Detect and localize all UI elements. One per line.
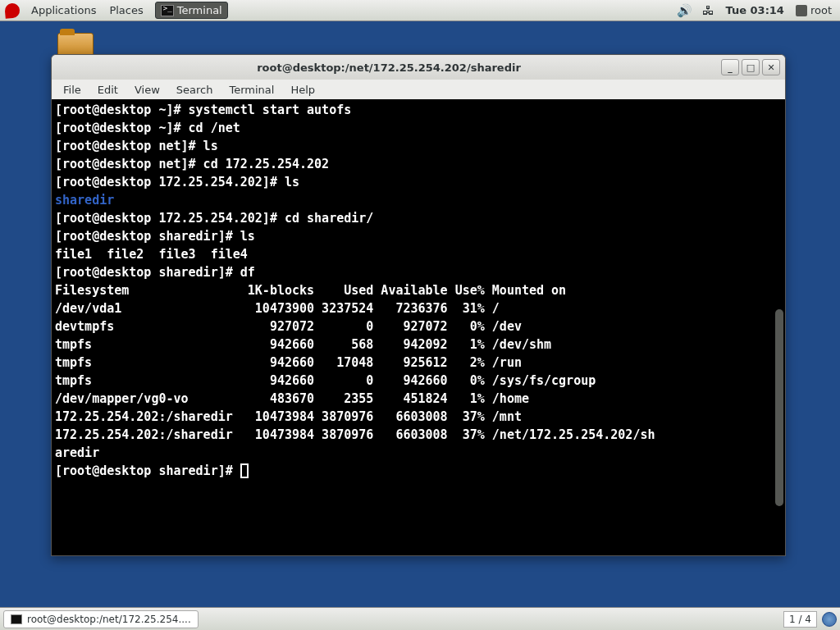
taskbar-window-label: root@desktop:/net/172.25.254.... xyxy=(27,614,191,625)
menu-help[interactable]: Help xyxy=(284,82,322,98)
terminal-line: [root@desktop net]# ls xyxy=(55,137,782,155)
cursor xyxy=(240,463,249,478)
top-panel: Applications Places Terminal 🔊 🖧 Tue 03:… xyxy=(0,0,840,21)
terminal-body[interactable]: [root@desktop ~]# systemctl start autofs… xyxy=(52,99,785,555)
maximize-button[interactable]: □ xyxy=(742,59,760,75)
terminal-line: file1 file2 file3 file4 xyxy=(55,245,782,263)
terminal-line: 172.25.254.202:/sharedir 10473984 387097… xyxy=(55,426,782,444)
terminal-line: [root@desktop 172.25.254.202]# cd shared… xyxy=(55,209,782,227)
terminal-line: /dev/vda1 10473900 3237524 7236376 31% / xyxy=(55,299,782,317)
bottom-panel: root@desktop:/net/172.25.254.... 1 / 4 xyxy=(0,607,840,630)
terminal-line: [root@desktop net]# cd 172.25.254.202 xyxy=(55,155,782,173)
taskbar-window-button[interactable]: root@desktop:/net/172.25.254.... xyxy=(3,610,199,628)
window-buttons: _ □ ✕ xyxy=(721,59,780,75)
terminal-line: aredir xyxy=(55,444,782,462)
menu-search[interactable]: Search xyxy=(170,82,220,98)
clock[interactable]: Tue 03:14 xyxy=(719,4,791,16)
workspace-switcher[interactable]: 1 / 4 xyxy=(783,611,817,628)
minimize-button[interactable]: _ xyxy=(721,59,739,75)
terminal-line: tmpfs 942660 568 942092 1% /dev/shm xyxy=(55,336,782,354)
terminal-line: [root@desktop ~]# systemctl start autofs xyxy=(55,101,782,119)
terminal-line: sharedir xyxy=(55,191,782,209)
user-icon xyxy=(796,5,807,16)
menu-file[interactable]: File xyxy=(57,82,88,98)
menu-view[interactable]: View xyxy=(128,82,167,98)
terminal-line: [root@desktop ~]# cd /net xyxy=(55,119,782,137)
user-label: root xyxy=(810,4,832,16)
terminal-line: tmpfs 942660 17048 925612 2% /run xyxy=(55,354,782,372)
terminal-line: 172.25.254.202:/sharedir 10473984 387097… xyxy=(55,408,782,426)
terminal-icon xyxy=(161,5,174,16)
close-button[interactable]: ✕ xyxy=(762,59,780,75)
terminal-line: [root@desktop sharedir]# ls xyxy=(55,227,782,245)
terminal-line: [root@desktop 172.25.254.202]# ls xyxy=(55,173,782,191)
volume-icon[interactable]: 🔊 xyxy=(672,3,697,18)
terminal-line: /dev/mapper/vg0-vo 483670 2355 451824 1%… xyxy=(55,390,782,408)
terminal-line: [root@desktop sharedir]# df xyxy=(55,263,782,281)
scrollbar-thumb[interactable] xyxy=(775,309,783,506)
terminal-line: Filesystem 1K-blocks Used Available Use%… xyxy=(55,281,782,299)
taskbar-terminal-button[interactable]: Terminal xyxy=(155,2,228,19)
window-title: root@desktop:/net/172.25.254.202/sharedi… xyxy=(57,62,721,74)
terminal-line: tmpfs 942660 0 942660 0% /sys/fs/cgroup xyxy=(55,372,782,390)
terminal-line: devtmpfs 927072 0 927072 0% /dev xyxy=(55,317,782,336)
terminal-prompt: [root@desktop sharedir]# xyxy=(55,463,240,478)
terminal-icon xyxy=(11,614,22,624)
places-menu[interactable]: Places xyxy=(103,1,149,20)
notification-icon[interactable] xyxy=(822,612,837,627)
applications-menu[interactable]: Applications xyxy=(25,1,103,20)
user-menu[interactable]: root xyxy=(791,4,840,16)
menu-terminal[interactable]: Terminal xyxy=(222,82,281,98)
titlebar[interactable]: root@desktop:/net/172.25.254.202/sharedi… xyxy=(52,55,785,80)
menu-edit[interactable]: Edit xyxy=(91,82,125,98)
distro-icon xyxy=(4,2,21,19)
menubar: File Edit View Search Terminal Help xyxy=(52,80,785,99)
taskbar-terminal-label: Terminal xyxy=(177,4,222,16)
network-icon[interactable]: 🖧 xyxy=(697,3,719,18)
terminal-window: root@desktop:/net/172.25.254.202/sharedi… xyxy=(51,54,786,556)
